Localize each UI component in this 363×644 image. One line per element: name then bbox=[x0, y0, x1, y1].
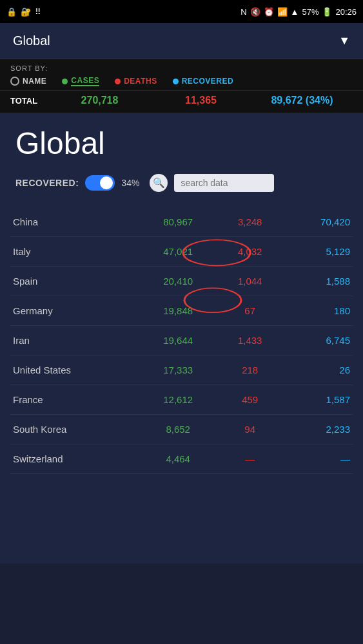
table-row: Italy 47,021 4,032 5,129 bbox=[10, 237, 353, 267]
country-name: Spain bbox=[10, 267, 141, 296]
country-table: China 80,967 3,248 70,420 Italy 47,021 4… bbox=[10, 207, 353, 474]
recovered-dot bbox=[173, 79, 179, 84]
sort-by-label: SORT BY: bbox=[10, 64, 353, 72]
deaths-value: 3,248 bbox=[216, 207, 284, 237]
country-name: Switzerland bbox=[10, 444, 141, 474]
country-name: China bbox=[10, 207, 141, 237]
recovered-row: RECOVERED: 34% 🔍 bbox=[10, 174, 353, 192]
lock-icon: 🔒 bbox=[6, 7, 17, 17]
sort-cases-label: CASES bbox=[71, 76, 99, 86]
cases-value: 19,644 bbox=[141, 326, 216, 355]
nfc-icon: N bbox=[240, 7, 246, 17]
table-row: Spain 20,410 1,044 1,588 bbox=[10, 267, 353, 296]
table-row: France 12,612 459 1,587 bbox=[10, 385, 353, 415]
clock: 20:26 bbox=[335, 7, 357, 17]
sort-option-cases[interactable]: CASES bbox=[62, 76, 99, 86]
cases-dot bbox=[62, 79, 68, 84]
recovered-value: 180 bbox=[284, 296, 353, 326]
recovered-value: 1,587 bbox=[284, 385, 353, 415]
country-name: Germany bbox=[10, 296, 141, 326]
cases-value: 47,021 bbox=[141, 237, 216, 267]
total-label: TOTAL bbox=[10, 96, 49, 106]
toggle-knob bbox=[100, 176, 113, 189]
table-row: Iran 19,644 1,433 6,745 bbox=[10, 326, 353, 355]
recovered-toggle[interactable] bbox=[85, 175, 115, 191]
total-cases: 270,718 bbox=[49, 95, 150, 106]
total-deaths: 11,365 bbox=[150, 95, 251, 106]
deaths-dot bbox=[115, 79, 121, 84]
status-bar: 🔒 🔐 ⠿ N 🔇 ⏰ 📶 ▲ 57% 🔋 20:26 bbox=[0, 0, 363, 23]
country-name: Italy bbox=[10, 237, 141, 267]
region-dropdown[interactable]: Global ▼ bbox=[0, 23, 363, 59]
battery-level: 57% bbox=[302, 7, 319, 17]
recovered-row-label: RECOVERED: bbox=[15, 178, 79, 188]
sort-option-name[interactable]: NAME bbox=[10, 77, 46, 86]
table-row: Switzerland 4,464 — — bbox=[10, 444, 353, 474]
country-name: Iran bbox=[10, 326, 141, 355]
sort-deaths-label: DEATHS bbox=[124, 77, 157, 86]
recovered-value: 2,233 bbox=[284, 415, 353, 444]
recovered-value: 1,588 bbox=[284, 267, 353, 296]
recovered-percentage: 34% bbox=[121, 178, 139, 188]
battery-icon: 🔋 bbox=[322, 7, 332, 17]
cases-value: 4,464 bbox=[141, 444, 216, 474]
deaths-value: 67 bbox=[216, 296, 284, 326]
country-name: South Korea bbox=[10, 415, 141, 444]
secure-icon: 🔐 bbox=[21, 7, 31, 17]
mute-icon: 🔇 bbox=[250, 7, 260, 17]
table-row: China 80,967 3,248 70,420 bbox=[10, 207, 353, 237]
status-right-info: N 🔇 ⏰ 📶 ▲ 57% 🔋 20:26 bbox=[240, 7, 357, 17]
recovered-value: 5,129 bbox=[284, 237, 353, 267]
deaths-value: 94 bbox=[216, 415, 284, 444]
cases-value: 8,652 bbox=[141, 415, 216, 444]
status-left-icons: 🔒 🔐 ⠿ bbox=[6, 7, 41, 17]
table-row: South Korea 8,652 94 2,233 bbox=[10, 415, 353, 444]
table-row: Germany 19,848 67 180 bbox=[10, 296, 353, 326]
page-title: Global bbox=[10, 126, 353, 161]
deaths-value: 4,032 bbox=[216, 237, 284, 267]
data-table-wrapper: China 80,967 3,248 70,420 Italy 47,021 4… bbox=[10, 207, 353, 474]
voicemail-icon: ⠿ bbox=[35, 7, 41, 17]
recovered-value: 70,420 bbox=[284, 207, 353, 237]
search-input[interactable] bbox=[174, 174, 274, 192]
cases-value: 17,333 bbox=[141, 355, 216, 385]
cases-value: 19,848 bbox=[141, 296, 216, 326]
region-title: Global bbox=[13, 33, 50, 48]
wifi-icon: 📶 bbox=[277, 7, 288, 17]
alarm-icon: ⏰ bbox=[264, 7, 274, 17]
country-name: France bbox=[10, 385, 141, 415]
table-row: United States 17,333 218 26 bbox=[10, 355, 353, 385]
sort-name-label: NAME bbox=[23, 77, 46, 86]
sort-bar: SORT BY: NAME CASES DEATHS RECOVERED bbox=[0, 59, 363, 90]
totals-row: TOTAL 270,718 11,365 89,672 (34%) bbox=[0, 90, 363, 113]
total-recovered: 89,672 (34%) bbox=[251, 95, 353, 106]
cases-value: 12,612 bbox=[141, 385, 216, 415]
deaths-value: — bbox=[216, 444, 284, 474]
sort-option-deaths[interactable]: DEATHS bbox=[115, 77, 157, 86]
chevron-down-icon: ▼ bbox=[338, 34, 350, 48]
main-content: Global RECOVERED: 34% 🔍 China 80,967 3,2… bbox=[0, 113, 363, 564]
deaths-value: 1,433 bbox=[216, 326, 284, 355]
sort-options-row: NAME CASES DEATHS RECOVERED bbox=[10, 76, 353, 86]
deaths-value: 459 bbox=[216, 385, 284, 415]
recovered-value: 6,745 bbox=[284, 326, 353, 355]
search-icon[interactable]: 🔍 bbox=[150, 174, 168, 192]
cases-value: 20,410 bbox=[141, 267, 216, 296]
deaths-value: 218 bbox=[216, 355, 284, 385]
recovered-value: — bbox=[284, 444, 353, 474]
signal-icon: ▲ bbox=[291, 7, 299, 17]
sort-option-recovered[interactable]: RECOVERED bbox=[173, 77, 234, 86]
cases-value: 80,967 bbox=[141, 207, 216, 237]
radio-name[interactable] bbox=[10, 77, 19, 86]
recovered-value: 26 bbox=[284, 355, 353, 385]
deaths-value: 1,044 bbox=[216, 267, 284, 296]
sort-recovered-label: RECOVERED bbox=[182, 77, 234, 86]
country-name: United States bbox=[10, 355, 141, 385]
